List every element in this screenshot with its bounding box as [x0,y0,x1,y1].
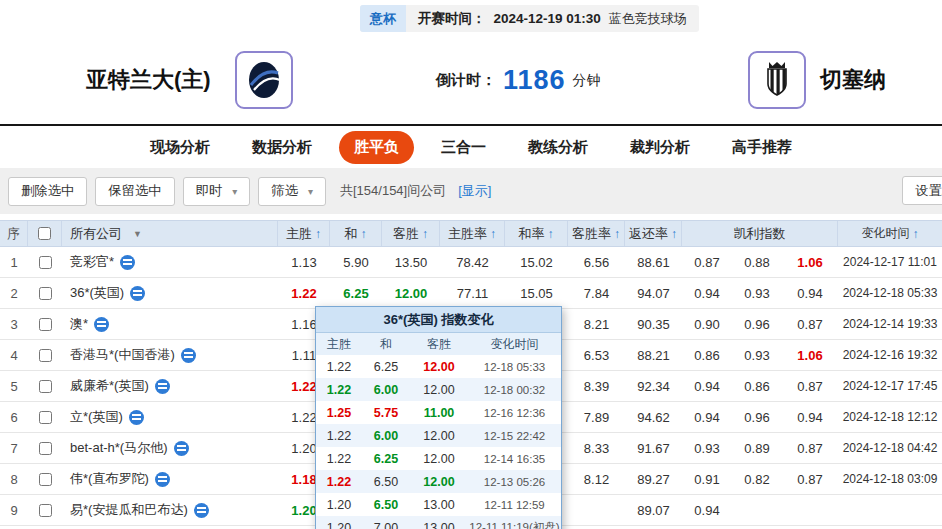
tab-2[interactable]: 数据分析 [237,131,327,164]
company-count-text: 共[154/154]间公司 [340,182,446,200]
company-stats-icon[interactable] [130,286,145,301]
kelly-away: 1.06 [782,247,838,277]
instant-dropdown[interactable]: 即时 ▾ [183,177,251,206]
return-rate: 88.61 [625,247,682,277]
company-stats-icon[interactable] [181,348,196,363]
return-rate: 89.07 [625,495,682,525]
row-checkbox[interactable] [39,442,52,455]
tab-7[interactable]: 高手推荐 [717,131,807,164]
popup-col-header: 客胜 [410,333,468,355]
chevron-down-icon: ▾ [308,186,313,197]
company-stats-icon[interactable] [129,410,144,425]
row-checkbox[interactable] [39,349,52,362]
header-draw-odds[interactable]: 和 ↑ [330,221,382,246]
tab-3[interactable]: 胜平负 [339,131,414,164]
away-rate: 8.39 [568,371,625,401]
row-checkbox[interactable] [39,411,52,424]
row-checkbox[interactable] [39,380,52,393]
company-stats-icon[interactable] [174,441,189,456]
header-away-odds[interactable]: 客胜 ↑ [382,221,440,246]
company-cell[interactable]: 香港马*(中国香港) [62,340,278,370]
show-link[interactable]: [显示] [458,182,491,200]
company-stats-icon[interactable] [120,255,135,270]
kelly-away: 0.94 [782,402,838,432]
delete-selected-button[interactable]: 删除选中 [8,177,87,206]
company-stats-icon[interactable] [194,503,209,518]
row-checkbox[interactable] [39,287,52,300]
header-away-rate[interactable]: 客胜率 ↑ [568,221,625,246]
app-root: 意杯 开赛时间： 2024-12-19 01:30 蓝色竞技球场 亚特兰大(主)… [0,0,942,529]
kelly-away: 0.87 [782,433,838,463]
tab-1[interactable]: 现场分析 [135,131,225,164]
header-draw-rate[interactable]: 和率 ↑ [505,221,568,246]
popup-row: 1.226.2512.0012-14 16:35 [316,447,561,470]
filter-dropdown[interactable]: 筛选 ▾ [258,177,326,206]
tab-4[interactable]: 三合一 [426,131,501,164]
match-header: 亚特兰大(主) 倒计时： 1186 分钟 [0,36,942,124]
company-cell[interactable]: 伟*(直布罗陀) [62,464,278,494]
away-rate: 8.33 [568,433,625,463]
row-checkbox-cell [28,278,62,308]
draw-rate: 15.05 [505,278,568,308]
return-rate: 94.07 [625,278,682,308]
row-checkbox[interactable] [39,504,52,517]
header-company[interactable]: 所有公司 ▼ [62,221,278,246]
row-number: 8 [0,464,28,494]
popup-draw-odds: 5.75 [362,401,410,424]
countdown-value: 1186 [503,65,566,96]
settings-button[interactable]: 设置/选 [902,176,942,205]
header-draw-rate-label: 和率 [519,225,545,243]
company-stats-icon[interactable] [155,379,170,394]
popup-header-row: 主胜和客胜变化时间 [316,333,561,355]
company-cell[interactable]: 竞彩官* [62,247,278,277]
return-rate: 91.67 [625,433,682,463]
home-team-name: 亚特兰大(主) [86,65,211,95]
kickoff-info: 开赛时间： 2024-12-19 01:30 蓝色竞技球场 [406,10,699,28]
change-time: 2024-12-18 03:09 [838,464,942,494]
kelly-draw: 0.93 [732,278,782,308]
match-info-strip: 意杯 开赛时间： 2024-12-19 01:30 蓝色竞技球场 [360,5,699,32]
row-checkbox[interactable] [39,318,52,331]
kelly-away [782,495,838,525]
company-cell[interactable]: 澳* [62,309,278,339]
popup-change-time: 12-18 05:33 [468,355,561,378]
popup-change-time: 12-11 12:59 [468,493,561,516]
company-cell[interactable]: 36*(英国) [62,278,278,308]
row-checkbox[interactable] [39,473,52,486]
header-checkbox-cell [28,221,62,246]
header-home-odds[interactable]: 主胜 ↑ [278,221,330,246]
row-checkbox-cell [28,433,62,463]
header-away-label: 客胜 [393,225,419,243]
sort-up-icon: ↑ [614,227,620,241]
tab-6[interactable]: 裁判分析 [615,131,705,164]
company-cell[interactable]: 易*(安提瓜和巴布达) [62,495,278,525]
row-checkbox[interactable] [39,256,52,269]
popup-change-time: 12-11 11:19(初盘) [468,516,561,529]
header-home-rate[interactable]: 主胜率 ↑ [440,221,505,246]
sort-up-icon: ↑ [671,227,677,241]
keep-selected-button[interactable]: 保留选中 [95,177,174,206]
company-name: bet-at-h*(马尔他) [70,439,168,457]
draw-odds: 5.90 [330,247,382,277]
header-change-time[interactable]: 变化时间 ↑ [838,221,942,246]
company-stats-icon[interactable] [155,472,170,487]
company-cell[interactable]: bet-at-h*(马尔他) [62,433,278,463]
header-home-rate-label: 主胜率 [448,225,487,243]
company-cell[interactable]: 威廉希*(英国) [62,371,278,401]
row-number: 2 [0,278,28,308]
filter-caret-icon[interactable]: ▼ [133,229,142,239]
popup-rows: 1.226.2512.0012-18 05:331.226.0012.0012-… [316,355,561,529]
header-return-rate[interactable]: 返还率 ↑ [625,221,682,246]
change-time: 2024-12-17 17:45 [838,371,942,401]
select-all-checkbox[interactable] [38,227,51,240]
away-team-logo [748,51,806,109]
top-info-bar: 意杯 开赛时间： 2024-12-19 01:30 蓝色竞技球场 [0,0,942,36]
company-stats-icon[interactable] [94,317,109,332]
home-rate: 78.42 [440,247,505,277]
company-cell[interactable]: 立*(英国) [62,402,278,432]
row-number: 1 [0,247,28,277]
company-name: 立*(英国) [70,408,123,426]
tab-5[interactable]: 教练分析 [513,131,603,164]
kelly-home: 0.87 [682,247,732,277]
return-rate: 88.21 [625,340,682,370]
